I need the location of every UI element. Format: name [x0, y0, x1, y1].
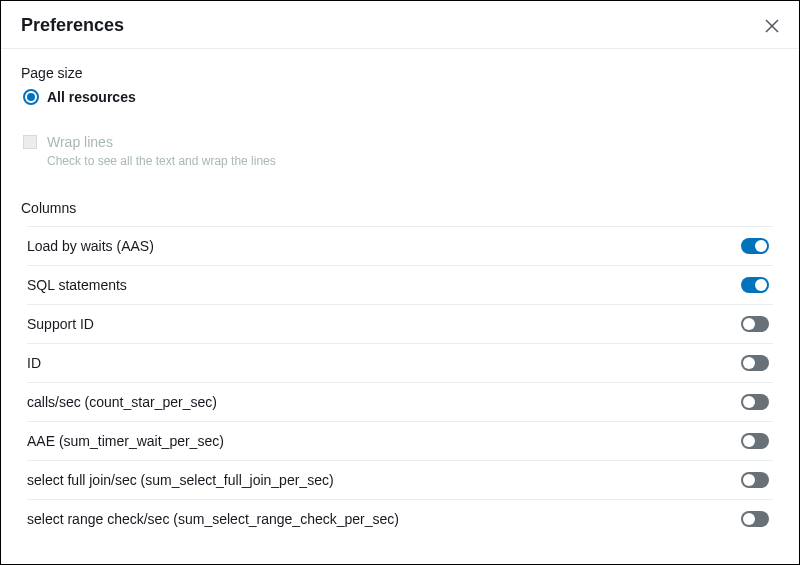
wrap-lines-checkbox: Wrap lines Check to see all the text and… — [23, 133, 779, 170]
column-toggle[interactable] — [741, 238, 769, 254]
checkbox-icon — [23, 135, 37, 149]
column-toggle[interactable] — [741, 394, 769, 410]
column-row: calls/sec (count_star_per_sec) — [27, 382, 773, 421]
dialog-content: Page size All resources Wrap lines Check… — [1, 49, 799, 538]
column-row: Load by waits (AAS) — [27, 226, 773, 265]
column-label: Support ID — [27, 316, 94, 332]
wrap-lines-title: Wrap lines — [47, 133, 276, 151]
column-toggle[interactable] — [741, 355, 769, 371]
column-row: Support ID — [27, 304, 773, 343]
close-icon — [765, 19, 779, 33]
page-size-label: Page size — [21, 65, 779, 81]
column-label: select range check/sec (sum_select_range… — [27, 511, 399, 527]
column-label: ID — [27, 355, 41, 371]
dialog-title: Preferences — [21, 15, 124, 36]
column-toggle[interactable] — [741, 511, 769, 527]
column-toggle[interactable] — [741, 472, 769, 488]
column-toggle[interactable] — [741, 316, 769, 332]
columns-list: Load by waits (AAS) SQL statements Suppo… — [27, 226, 773, 538]
wrap-lines-description: Check to see all the text and wrap the l… — [47, 153, 276, 170]
column-row: SQL statements — [27, 265, 773, 304]
column-toggle[interactable] — [741, 277, 769, 293]
dialog-header: Preferences — [1, 1, 799, 49]
column-row: AAE (sum_timer_wait_per_sec) — [27, 421, 773, 460]
column-label: select full join/sec (sum_select_full_jo… — [27, 472, 334, 488]
column-row: select range check/sec (sum_select_range… — [27, 499, 773, 538]
column-label: Load by waits (AAS) — [27, 238, 154, 254]
column-row: ID — [27, 343, 773, 382]
page-size-radio-row[interactable]: All resources — [23, 89, 779, 105]
close-button[interactable] — [765, 19, 779, 33]
column-label: calls/sec (count_star_per_sec) — [27, 394, 217, 410]
columns-label: Columns — [21, 200, 779, 216]
page-size-radio-label: All resources — [47, 89, 136, 105]
column-label: AAE (sum_timer_wait_per_sec) — [27, 433, 224, 449]
column-toggle[interactable] — [741, 433, 769, 449]
column-label: SQL statements — [27, 277, 127, 293]
radio-icon — [23, 89, 39, 105]
wrap-lines-text: Wrap lines Check to see all the text and… — [47, 133, 276, 170]
column-row: select full join/sec (sum_select_full_jo… — [27, 460, 773, 499]
